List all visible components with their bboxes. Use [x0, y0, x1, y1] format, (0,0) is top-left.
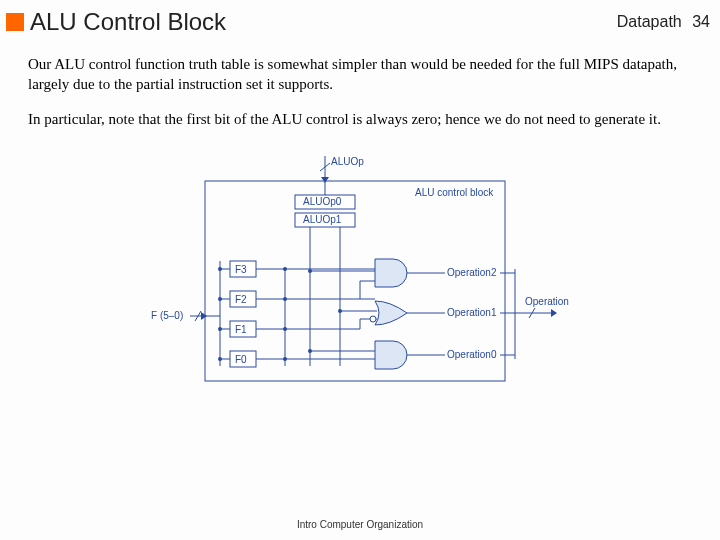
aluop0-label: ALUOp0: [303, 196, 342, 207]
slide-footer: Intro Computer Organization: [0, 519, 720, 530]
operation2-label: Operation2: [447, 267, 497, 278]
aluop-label: ALUOp: [331, 156, 364, 167]
f2-label: F2: [235, 294, 247, 305]
svg-point-25: [218, 327, 222, 331]
paragraph-2: In particular, note that the first bit o…: [28, 109, 692, 129]
page-number: 34: [692, 13, 710, 30]
f-input-label: F (5–0): [151, 310, 183, 321]
slide-meta: Datapath 34: [617, 13, 710, 31]
svg-point-36: [283, 267, 287, 271]
f1-label: F1: [235, 324, 247, 335]
svg-point-28: [218, 357, 222, 361]
aluop1-label: ALUOp1: [303, 214, 342, 225]
svg-point-22: [218, 297, 222, 301]
svg-point-45: [370, 316, 376, 322]
block-label: ALU control block: [415, 187, 494, 198]
title-bullet-icon: [6, 13, 24, 31]
svg-point-19: [218, 267, 222, 271]
f3-label: F3: [235, 264, 247, 275]
slide-title: ALU Control Block: [30, 8, 617, 36]
svg-point-37: [283, 357, 287, 361]
svg-marker-54: [551, 309, 557, 317]
operation-bus-label: Operation: [525, 296, 569, 307]
slide-header: ALU Control Block Datapath 34: [0, 0, 720, 40]
operation1-label: Operation1: [447, 307, 497, 318]
alu-control-diagram: ALU control block ALUOp ALUOp0 ALUOp1 F …: [145, 151, 575, 401]
paragraph-1: Our ALU control function truth table is …: [28, 54, 692, 95]
operation0-label: Operation0: [447, 349, 497, 360]
f0-label: F0: [235, 354, 247, 365]
section-label: Datapath: [617, 13, 682, 30]
